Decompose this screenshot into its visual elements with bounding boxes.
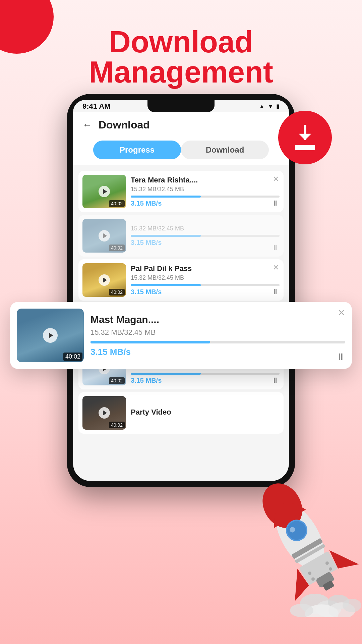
download-list: 40:02 Tera Mera Rishta.... 15.32 MB/32.4…: [73, 165, 289, 437]
list-item: 40:02 Pal Pal Dil k Pass 15.32 MB/32.45 …: [78, 259, 284, 301]
status-icons: ▲ ▼ ▮: [259, 103, 280, 110]
signal-icon: ▼: [267, 103, 274, 110]
phone-screen: ← Download Progress Download 40:02 Tera …: [73, 112, 289, 481]
item-duration: 40:02: [109, 377, 125, 384]
floating-duration: 40:02: [63, 353, 82, 361]
item-info: Tera Mera Rishta.... 15.32 MB/32.45 MB 3…: [131, 176, 280, 207]
item-info: 15.32 MB/32.45 MB 3.15 MB/s: [131, 225, 280, 247]
svg-rect-2: [304, 125, 306, 140]
progress-bar-fill: [131, 373, 201, 375]
rocket-svg: [235, 449, 362, 617]
progress-bar-bg: [131, 284, 280, 286]
status-time: 9:41 AM: [82, 102, 111, 111]
floating-progress-bg: [90, 341, 345, 343]
floating-progress-fill: [90, 341, 210, 343]
item-duration: 40:02: [109, 422, 125, 428]
pause-button[interactable]: [272, 287, 279, 296]
item-speed: 3.15 MB/s: [131, 377, 280, 384]
item-size: 15.32 MB/32.45 MB: [131, 225, 280, 232]
phone-notch: [147, 100, 215, 112]
tab-progress[interactable]: Progress: [93, 141, 181, 159]
item-info: Pal Pal Dil k Pass 15.32 MB/32.45 MB 3.1…: [131, 264, 280, 296]
header-title-line1: Download: [0, 27, 362, 57]
progress-bar-bg: [131, 373, 280, 375]
play-button[interactable]: [99, 274, 110, 286]
rocket-illustration: [235, 449, 362, 617]
progress-bar-fill: [131, 196, 201, 198]
download-icon-circle: [278, 111, 332, 164]
item-speed: 3.15 MB/s: [131, 288, 280, 296]
item-title: Tera Mera Rishta....: [131, 176, 280, 184]
item-title: Pal Pal Dil k Pass: [131, 264, 280, 273]
item-duration: 40:02: [109, 289, 125, 296]
play-button[interactable]: [99, 230, 110, 241]
progress-bar-fill: [131, 284, 201, 286]
item-info: Party Video: [131, 408, 280, 418]
item-title: Party Video: [131, 408, 280, 417]
progress-bar-bg: [131, 235, 280, 237]
floating-title: Mast Magan....: [90, 314, 345, 325]
floating-pause-button[interactable]: [336, 351, 345, 362]
list-item: 40:02 Party Video: [78, 392, 284, 434]
floating-close-button[interactable]: [338, 307, 345, 318]
tab-download[interactable]: Download: [181, 141, 269, 159]
item-duration: 40:02: [109, 245, 125, 251]
close-button[interactable]: [273, 263, 279, 272]
download-icon: [290, 122, 320, 153]
svg-point-22: [290, 604, 313, 617]
play-button[interactable]: [99, 186, 110, 197]
item-thumbnail: 40:02: [82, 396, 126, 430]
pause-button[interactable]: [272, 243, 279, 252]
item-speed: 3.15 MB/s: [131, 239, 280, 247]
svg-rect-0: [295, 146, 315, 150]
app-header: ← Download: [73, 112, 289, 137]
close-button[interactable]: [273, 175, 279, 183]
back-button[interactable]: ←: [82, 120, 92, 130]
list-item: 40:02 Tera Mera Rishta.... 15.32 MB/32.4…: [78, 171, 284, 212]
item-thumbnail: 40:02: [82, 219, 126, 253]
pause-button[interactable]: [272, 199, 279, 208]
tab-bar: Progress Download: [73, 137, 289, 165]
svg-point-23: [343, 599, 361, 612]
floating-play-button[interactable]: [43, 328, 58, 343]
app-title: Download: [99, 119, 150, 131]
progress-bar-fill: [131, 235, 201, 237]
floating-size: 15.32 MB/32.45 MB: [90, 328, 345, 337]
floating-download-card: 40:02 Mast Magan.... 15.32 MB/32.45 MB 3…: [10, 302, 352, 369]
progress-bar-bg: [131, 196, 280, 198]
item-thumbnail: 40:02: [82, 175, 126, 208]
header-title-line2: Management: [0, 57, 362, 87]
item-duration: 40:02: [109, 200, 125, 207]
battery-icon: ▮: [276, 103, 280, 110]
item-thumbnail: 40:02: [82, 263, 126, 297]
page-header: Download Management: [0, 27, 362, 87]
pause-button[interactable]: [272, 376, 279, 385]
play-button[interactable]: [99, 407, 110, 419]
wifi-icon: ▲: [259, 103, 265, 110]
item-speed: 3.15 MB/s: [131, 200, 280, 207]
floating-info: Mast Magan.... 15.32 MB/32.45 MB 3.15 MB…: [90, 314, 345, 357]
item-size: 15.32 MB/32.45 MB: [131, 274, 280, 281]
item-size: 15.32 MB/32.45 MB: [131, 186, 280, 193]
list-item: 40:02 15.32 MB/32.45 MB 3.15 MB/s: [78, 215, 284, 257]
floating-speed: 3.15 MB/s: [90, 347, 345, 357]
floating-thumbnail: 40:02: [17, 309, 84, 362]
